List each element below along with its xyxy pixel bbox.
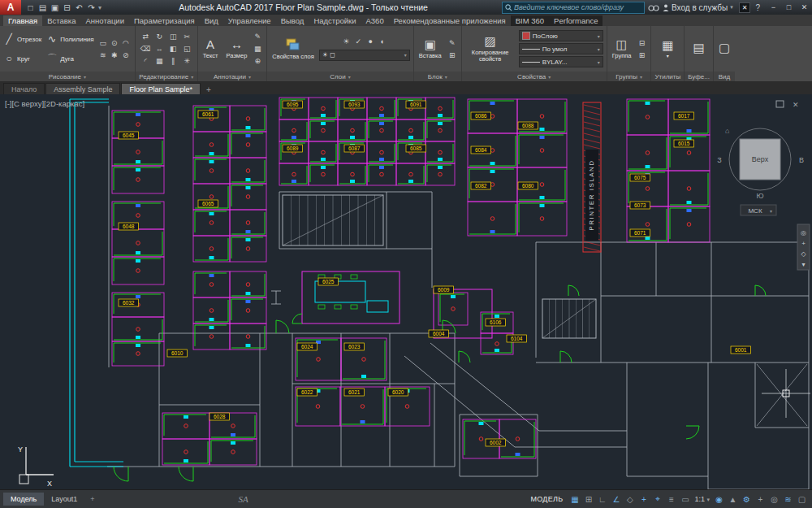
mirror-icon[interactable]: ◧ bbox=[170, 45, 177, 53]
ucs-button-label[interactable]: МСК bbox=[748, 207, 762, 215]
move-icon[interactable]: ⇄ bbox=[142, 33, 149, 41]
panel-label-clipboard[interactable]: Буфе... bbox=[685, 72, 713, 81]
ucs-button-arrow-icon[interactable]: ▾ bbox=[770, 209, 772, 214]
search-input[interactable] bbox=[512, 2, 636, 12]
status-isolate-objects[interactable]: ◎ bbox=[767, 493, 781, 506]
panel-label-annotation[interactable]: Аннотации▾ bbox=[198, 72, 267, 81]
scale-icon[interactable]: ◱ bbox=[184, 45, 191, 53]
sign-in-button[interactable]: Вход в службы▾ bbox=[663, 3, 733, 12]
viewcube-home-icon[interactable]: ⌂ bbox=[725, 127, 729, 135]
layer-half-icon[interactable]: ◐ bbox=[381, 37, 385, 46]
status-isometric-drafting[interactable]: ◇ bbox=[623, 493, 637, 506]
block-create-icon[interactable]: ⊞ bbox=[449, 51, 456, 59]
status-annotation-visibility[interactable]: ◉ bbox=[712, 493, 726, 506]
status-object-snap-tracking[interactable]: + bbox=[637, 493, 650, 506]
rotate-icon[interactable]: ↻ bbox=[156, 33, 162, 41]
group-button[interactable]: ◫ Группа bbox=[611, 38, 633, 59]
color-dropdown[interactable]: ПоСлою▾ bbox=[519, 30, 603, 41]
fillet-icon[interactable]: ◜ bbox=[144, 57, 147, 65]
explode-icon[interactable]: ✳ bbox=[184, 57, 190, 65]
exchange-apps-icon[interactable]: ✕ bbox=[739, 2, 751, 13]
navbar-tool-icon[interactable]: ▾ bbox=[801, 261, 805, 268]
line-button[interactable]: ╱Отрезок bbox=[3, 29, 41, 49]
layer-dropdown[interactable]: ☀ ◻ ▾ bbox=[319, 50, 410, 61]
lineweight-dropdown[interactable]: По умол▾ bbox=[519, 43, 603, 54]
panel-label-modify[interactable]: Редактирование▾ bbox=[136, 72, 197, 81]
status-object-snap[interactable]: ⌖ bbox=[650, 493, 664, 506]
maximize-button[interactable]: □ bbox=[781, 0, 797, 15]
viewcube-east-label[interactable]: В bbox=[799, 156, 804, 164]
layout-tab-layout1[interactable]: Layout1 bbox=[44, 493, 84, 506]
status-clean-screen[interactable]: ▢ bbox=[795, 493, 809, 506]
layout-tab-модель[interactable]: Модель bbox=[3, 493, 44, 506]
clipboard-button[interactable]: ▤ bbox=[691, 41, 706, 56]
utilities-button[interactable]: ▦▾ bbox=[660, 39, 675, 59]
model-space-label[interactable]: МОДЕЛЬ bbox=[530, 495, 563, 503]
close-button[interactable]: ✕ bbox=[797, 0, 812, 15]
open-file-icon[interactable]: ▤ bbox=[37, 3, 49, 12]
dimension-button[interactable]: ↔Размер bbox=[225, 38, 249, 59]
ungroup-icon[interactable]: ⊟ bbox=[639, 39, 646, 47]
match-properties-button[interactable]: ▨ Копирование свойств bbox=[465, 35, 516, 63]
leader-icon[interactable]: ✎ bbox=[255, 33, 261, 41]
status-ortho-mode[interactable]: ∟ bbox=[595, 493, 609, 506]
insert-block-button[interactable]: ▣ Вставка bbox=[417, 38, 443, 59]
navbar-tool-icon[interactable]: + bbox=[801, 240, 806, 247]
status-annotation-monitor[interactable]: + bbox=[754, 493, 767, 506]
arc-button[interactable]: ⌒Дуга bbox=[46, 49, 94, 68]
panel-label-layers[interactable]: Слои▾ bbox=[267, 72, 412, 81]
ribbon-tab-вставка[interactable]: Вставка bbox=[42, 15, 80, 26]
ribbon-tab-вид[interactable]: Вид bbox=[200, 15, 223, 26]
trim-icon[interactable]: ✂ bbox=[184, 33, 190, 41]
text-button[interactable]: AТекст bbox=[201, 38, 220, 59]
array-icon[interactable]: ▦ bbox=[156, 57, 163, 65]
mark-icon[interactable]: ⊕ bbox=[255, 57, 261, 65]
copy-icon[interactable]: ◫ bbox=[170, 33, 177, 41]
ribbon-tab-аннотации[interactable]: Аннотации bbox=[80, 15, 129, 26]
block-edit-icon[interactable]: ✎ bbox=[449, 39, 456, 47]
help-icon[interactable]: ? bbox=[755, 3, 760, 12]
ribbon-tab-параметризация[interactable]: Параметризация bbox=[129, 15, 200, 26]
status-graphics-performance[interactable]: ≋ bbox=[781, 493, 795, 506]
floorplan-drawing[interactable]: PRINTER ISLAND60456048603260616065609560… bbox=[0, 94, 812, 489]
status-workspace-switching[interactable]: ⚙ bbox=[740, 493, 754, 506]
ribbon-tab-главная[interactable]: Главная bbox=[3, 15, 42, 26]
layer-on-icon[interactable]: ☀ bbox=[343, 37, 349, 46]
new-layout-button[interactable]: + bbox=[86, 495, 98, 503]
stretch-icon[interactable]: ↔ bbox=[156, 45, 163, 53]
application-menu-button[interactable]: A bbox=[0, 0, 21, 15]
search-box[interactable] bbox=[502, 2, 645, 14]
status-dynamic-input[interactable]: ▭ bbox=[678, 493, 692, 506]
viewport-close-icon[interactable]: ✕ bbox=[793, 101, 799, 109]
viewport-controls-label[interactable]: [-][С верху][2D-каркас] bbox=[5, 99, 84, 108]
viewcube-west-label[interactable]: З bbox=[717, 156, 721, 164]
file-tab-начало[interactable]: Начало bbox=[3, 83, 45, 94]
qat-dropdown-arrow-icon[interactable]: ▾ bbox=[98, 4, 102, 11]
layer-properties-button[interactable]: Свойства слоя bbox=[270, 37, 315, 60]
polyline-button[interactable]: ∿Полилиния bbox=[46, 29, 94, 49]
ribbon-tab-performance[interactable]: Performance bbox=[549, 15, 603, 26]
file-tab-assembly-sample[interactable]: Assembly Sample bbox=[45, 83, 120, 94]
binoculars-icon[interactable] bbox=[648, 4, 659, 11]
status-lineweight-display[interactable]: ≡ bbox=[664, 493, 678, 506]
offset-icon[interactable]: ∥ bbox=[171, 57, 175, 65]
layer-color-icon[interactable]: ● bbox=[369, 37, 373, 46]
viewcube-top-label[interactable]: Верх bbox=[752, 155, 769, 163]
panel-label-view[interactable]: Вид bbox=[714, 72, 735, 81]
ellipse-tool-icon[interactable]: ⊙ bbox=[111, 39, 118, 47]
redo-icon[interactable]: ↷ bbox=[85, 3, 97, 12]
panel-label-groups[interactable]: Группы▾ bbox=[607, 72, 651, 81]
file-tab-floor-plan-sample-[interactable]: Floor Plan Sample* bbox=[121, 83, 201, 94]
ribbon-tab-вывод[interactable]: Вывод bbox=[276, 15, 309, 26]
rectangle-tool-icon[interactable]: ▭ bbox=[99, 39, 106, 47]
ribbon-tab-bim-360[interactable]: BIM 360 bbox=[511, 15, 549, 26]
layer-ok-icon[interactable]: ✓ bbox=[356, 37, 362, 46]
undo-icon[interactable]: ↶ bbox=[73, 3, 85, 12]
ribbon-tab-управление[interactable]: Управление bbox=[223, 15, 276, 26]
viewcube-south-label[interactable]: Ю bbox=[756, 192, 763, 200]
group-edit-icon[interactable]: ⊞ bbox=[639, 51, 646, 59]
status-annotation-autoscale[interactable]: ▲ bbox=[726, 493, 740, 506]
view-button[interactable]: ▢ bbox=[717, 41, 732, 56]
status-snap-mode[interactable]: ⊞ bbox=[581, 493, 595, 506]
new-file-icon[interactable]: □ bbox=[24, 3, 37, 12]
